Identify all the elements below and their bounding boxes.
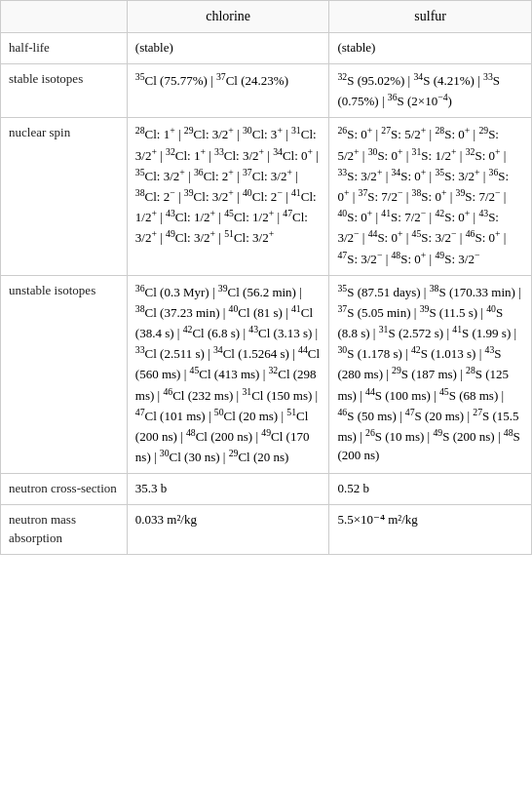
chlorine-cell-2: 28Cl: 1+ | 29Cl: 3/2+ | 30Cl: 3+ | 31Cl:… [127,118,329,275]
sulfur-cell-1: 32S (95.02%) | 34S (4.21%) | 33S (0.75%)… [329,64,532,118]
sulfur-cell-4: 0.52 b [329,474,532,505]
column-header-label [1,1,128,33]
row-label-0: half-life [1,33,128,64]
sulfur-cell-5: 5.5×10⁻⁴ m²/kg [329,505,532,555]
sulfur-cell-3: 35S (87.51 days) | 38S (170.33 min) | 37… [329,275,532,474]
row-label-5: neutron mass absorption [1,505,128,555]
chlorine-cell-1: 35Cl (75.77%) | 37Cl (24.23%) [127,64,329,118]
chlorine-cell-0: (stable) [127,33,329,64]
row-label-1: stable isotopes [1,64,128,118]
sulfur-cell-0: (stable) [329,33,532,64]
chlorine-cell-5: 0.033 m²/kg [127,505,329,555]
sulfur-cell-2: 26S: 0+ | 27S: 5/2+ | 28S: 0+ | 29S: 5/2… [329,118,532,275]
column-header-sulfur: sulfur [329,1,532,33]
chlorine-cell-4: 35.3 b [127,474,329,505]
row-label-2: nuclear spin [1,118,128,275]
row-label-3: unstable isotopes [1,275,128,474]
row-label-4: neutron cross-section [1,474,128,505]
column-header-chlorine: chlorine [127,1,329,33]
chlorine-cell-3: 36Cl (0.3 Myr) | 39Cl (56.2 min) | 38Cl … [127,275,329,474]
